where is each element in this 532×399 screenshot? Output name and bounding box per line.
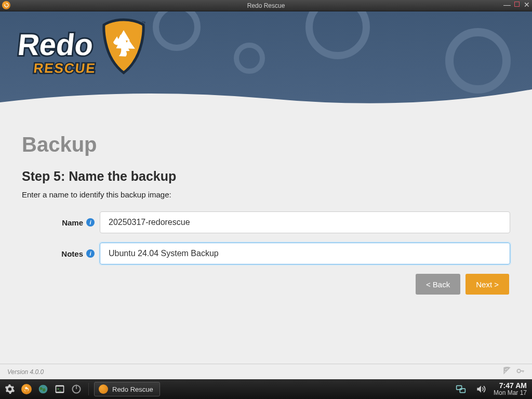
network-icon[interactable] bbox=[454, 382, 468, 396]
settings-icon[interactable] bbox=[3, 382, 17, 396]
clock[interactable]: 7:47 AM Mon Mar 17 bbox=[494, 382, 529, 397]
svg-text:RESCUE: RESCUE bbox=[33, 60, 97, 76]
name-label: Name i bbox=[22, 218, 100, 227]
close-button[interactable]: ✕ bbox=[524, 2, 530, 8]
taskbar: >_ Redo Rescue 7:47 AM Mon Mar 17 bbox=[0, 379, 532, 399]
svg-point-11 bbox=[517, 369, 521, 373]
globe-icon[interactable] bbox=[36, 382, 50, 396]
step-title: Step 5: Name the backup bbox=[22, 169, 510, 184]
svg-rect-12 bbox=[520, 370, 524, 371]
svg-rect-19 bbox=[76, 385, 77, 389]
notes-label: Notes i bbox=[22, 249, 100, 258]
redo-shield-icon bbox=[99, 384, 108, 394]
key-icon[interactable] bbox=[516, 367, 525, 377]
instruction-text: Enter a name to identify this backup ima… bbox=[22, 190, 510, 199]
back-button[interactable]: < Back bbox=[416, 274, 460, 295]
main-panel: Backup Step 5: Name the backup Enter a n… bbox=[0, 114, 532, 295]
redo-shield-icon[interactable] bbox=[20, 382, 33, 396]
version-text: Version 4.0.0 bbox=[7, 368, 44, 376]
svg-point-9 bbox=[504, 371, 506, 372]
terminal-icon[interactable]: >_ bbox=[53, 382, 66, 396]
taskbar-app-label: Redo Rescue bbox=[112, 385, 153, 393]
version-bar: Version 4.0.0 bbox=[0, 364, 532, 379]
app-icon bbox=[2, 1, 10, 9]
svg-text:Redo: Redo bbox=[16, 28, 95, 61]
next-button[interactable]: Next > bbox=[466, 274, 509, 295]
window-titlebar: Redo Rescue — ✕ bbox=[0, 0, 532, 11]
info-icon[interactable]: i bbox=[86, 218, 95, 227]
name-input[interactable] bbox=[100, 211, 510, 233]
volume-icon[interactable] bbox=[474, 382, 487, 396]
pizza-icon[interactable] bbox=[503, 367, 511, 377]
svg-rect-13 bbox=[523, 370, 523, 373]
svg-text:>_: >_ bbox=[57, 387, 61, 391]
svg-point-8 bbox=[505, 369, 506, 370]
taskbar-app-button[interactable]: Redo Rescue bbox=[94, 382, 160, 396]
minimize-button[interactable]: — bbox=[504, 2, 510, 8]
page-title: Backup bbox=[22, 133, 510, 156]
power-icon[interactable] bbox=[70, 382, 83, 396]
notes-input[interactable] bbox=[100, 243, 510, 264]
restore-button[interactable] bbox=[514, 2, 520, 7]
info-icon[interactable]: i bbox=[86, 249, 95, 258]
hero-banner: Redo RESCUE ™ bbox=[0, 11, 532, 114]
svg-point-10 bbox=[507, 368, 508, 369]
window-title: Redo Rescue bbox=[247, 2, 285, 9]
svg-text:™: ™ bbox=[141, 20, 145, 26]
